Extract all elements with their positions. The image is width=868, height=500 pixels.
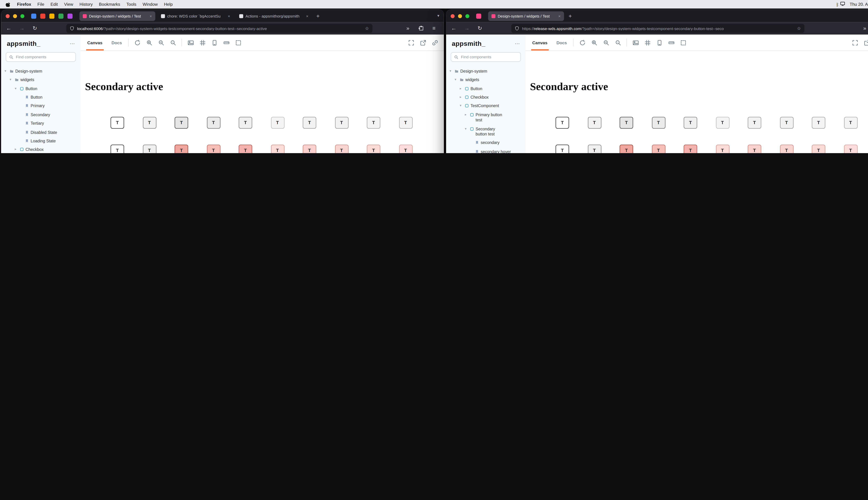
caret-down-icon[interactable]: ▾ bbox=[455, 78, 458, 82]
menu-edit[interactable]: Edit bbox=[50, 2, 58, 7]
menu-bookmarks[interactable]: Bookmarks bbox=[99, 2, 120, 7]
swatch-neutral-3[interactable]: T bbox=[619, 117, 633, 129]
sidebar-item-secondary[interactable]: Secondary bbox=[1, 111, 81, 119]
background-icon[interactable] bbox=[632, 39, 639, 46]
swatch-neutral-9[interactable]: T bbox=[367, 117, 380, 129]
overflow-icon[interactable]: » bbox=[861, 25, 868, 32]
url-bar[interactable]: https://release-wds.appsmith.com/?path=/… bbox=[511, 24, 804, 33]
sidebar-menu-icon[interactable]: ⋯ bbox=[70, 41, 75, 46]
close-window-button[interactable] bbox=[451, 14, 455, 18]
zoom-window-button[interactable] bbox=[21, 14, 24, 18]
swatch-red-3[interactable]: T bbox=[619, 145, 633, 153]
swatch-neutral-10[interactable]: T bbox=[399, 117, 412, 129]
sidebar-item-testcomponent[interactable]: ▾TestComponent bbox=[446, 102, 525, 111]
sidebar-item-button[interactable]: Button bbox=[1, 93, 81, 102]
extensions-icon[interactable] bbox=[418, 25, 424, 32]
sidebar-item-secondary-button-test[interactable]: ▾Secondary button test bbox=[446, 124, 525, 138]
swatch-neutral-4[interactable]: T bbox=[652, 117, 665, 129]
forward-icon[interactable]: → bbox=[19, 25, 25, 32]
back-icon[interactable]: ← bbox=[6, 25, 12, 32]
zoom-window-button[interactable] bbox=[466, 14, 469, 18]
swatch-red-1[interactable]: T bbox=[111, 145, 124, 153]
swatch-red-7[interactable]: T bbox=[748, 145, 761, 153]
caret-down-icon[interactable]: ▾ bbox=[10, 78, 13, 82]
swatch-neutral-8[interactable]: T bbox=[780, 117, 793, 129]
zoom-in-icon[interactable] bbox=[146, 39, 152, 46]
swatch-neutral-7[interactable]: T bbox=[748, 117, 761, 129]
remount-icon[interactable] bbox=[134, 39, 141, 46]
close-tab-icon[interactable]: × bbox=[228, 14, 230, 18]
swatch-neutral-3[interactable]: T bbox=[175, 117, 188, 129]
caret-right-icon[interactable]: ▸ bbox=[15, 148, 18, 152]
pinned-tab-icon[interactable] bbox=[476, 13, 481, 19]
sidebar-item-button[interactable]: ▸Button bbox=[446, 84, 525, 93]
preview-tab-docs[interactable]: Docs bbox=[555, 35, 568, 50]
swatch-neutral-2[interactable]: T bbox=[587, 117, 601, 129]
pinned-tab-icon[interactable] bbox=[49, 13, 54, 19]
outline-icon[interactable] bbox=[679, 39, 686, 46]
swatch-red-8[interactable]: T bbox=[335, 145, 348, 153]
remount-icon[interactable] bbox=[579, 39, 585, 46]
viewport-icon[interactable] bbox=[211, 39, 218, 46]
bookmark-star-icon[interactable]: ☆ bbox=[797, 26, 801, 31]
caret-down-icon[interactable]: ▾ bbox=[465, 127, 468, 131]
swatch-neutral-2[interactable]: T bbox=[142, 117, 156, 129]
menu-file[interactable]: File bbox=[37, 2, 44, 7]
swatch-red-5[interactable]: T bbox=[239, 145, 252, 153]
zoom-reset-icon[interactable] bbox=[615, 39, 621, 46]
new-tab-button[interactable]: + bbox=[316, 13, 320, 19]
zoom-reset-icon[interactable] bbox=[169, 39, 176, 46]
preview-tab-canvas[interactable]: Canvas bbox=[531, 35, 549, 50]
swatch-red-6[interactable]: T bbox=[716, 145, 729, 153]
close-window-button[interactable] bbox=[6, 14, 10, 18]
menu-icon[interactable]: ≡ bbox=[431, 25, 437, 32]
forward-icon[interactable]: → bbox=[464, 25, 470, 32]
apple-menu-icon[interactable] bbox=[6, 1, 11, 7]
pinned-tab-icon[interactable] bbox=[40, 13, 45, 19]
appsmith-logo[interactable]: appsmith_ bbox=[7, 40, 41, 47]
close-tab-icon[interactable]: × bbox=[150, 14, 152, 18]
swatch-red-7[interactable]: T bbox=[303, 145, 316, 153]
menu-help[interactable]: Help bbox=[164, 2, 173, 7]
menu-window[interactable]: Window bbox=[142, 2, 158, 7]
sidebar-item-design-system[interactable]: ▾Design-system bbox=[446, 67, 525, 76]
bluetooth-icon[interactable]: ᛒ bbox=[835, 2, 840, 8]
sidebar-item-checkbox[interactable]: ▸Checkbox bbox=[446, 93, 525, 102]
browser-tab[interactable]: Design-system / widgets / Test× bbox=[488, 11, 564, 21]
swatch-neutral-1[interactable]: T bbox=[556, 117, 569, 129]
swatch-neutral-6[interactable]: T bbox=[716, 117, 729, 129]
pinned-tab-icon[interactable] bbox=[68, 13, 72, 19]
grid-icon[interactable] bbox=[199, 39, 206, 46]
shield-icon[interactable] bbox=[515, 26, 519, 31]
pinned-tab-icon[interactable] bbox=[31, 13, 36, 19]
caret-right-icon[interactable]: ▸ bbox=[460, 87, 463, 91]
overflow-icon[interactable]: » bbox=[405, 25, 411, 32]
sidebar-item-button[interactable]: ▾Button bbox=[1, 84, 81, 93]
viewport-icon[interactable] bbox=[656, 39, 663, 46]
swatch-neutral-5[interactable]: T bbox=[239, 117, 252, 129]
minimize-window-button[interactable] bbox=[458, 14, 462, 18]
close-tab-icon[interactable]: × bbox=[306, 14, 308, 18]
back-icon[interactable]: ← bbox=[451, 25, 457, 32]
caret-down-icon[interactable]: ▾ bbox=[4, 69, 8, 73]
reload-icon[interactable]: ↻ bbox=[32, 25, 38, 32]
sidebar-item-primary[interactable]: Primary bbox=[1, 102, 81, 111]
caret-right-icon[interactable]: ▸ bbox=[465, 113, 468, 117]
zoom-out-icon[interactable] bbox=[603, 39, 609, 46]
grid-icon[interactable] bbox=[644, 39, 651, 46]
background-icon[interactable] bbox=[187, 39, 194, 46]
swatch-neutral-9[interactable]: T bbox=[812, 117, 825, 129]
swatch-red-3[interactable]: T bbox=[175, 145, 188, 153]
sidebar-item-widgets[interactable]: ▾widgets bbox=[446, 76, 525, 84]
swatch-neutral-6[interactable]: T bbox=[271, 117, 284, 129]
url-bar[interactable]: localhost:6006/?path=/story/design-syste… bbox=[66, 24, 373, 33]
zoom-in-icon[interactable] bbox=[591, 39, 597, 46]
menu-tools[interactable]: Tools bbox=[126, 2, 136, 7]
menubar-clock[interactable]: Thu 20. Apr 11:37 bbox=[849, 2, 868, 7]
close-tab-icon[interactable]: × bbox=[558, 14, 561, 18]
fullscreen-icon[interactable] bbox=[851, 39, 858, 46]
swatch-red-4[interactable]: T bbox=[652, 145, 665, 153]
appsmith-logo[interactable]: appsmith_ bbox=[452, 40, 486, 47]
swatch-red-10[interactable]: T bbox=[844, 145, 857, 153]
shield-icon[interactable] bbox=[70, 26, 74, 31]
